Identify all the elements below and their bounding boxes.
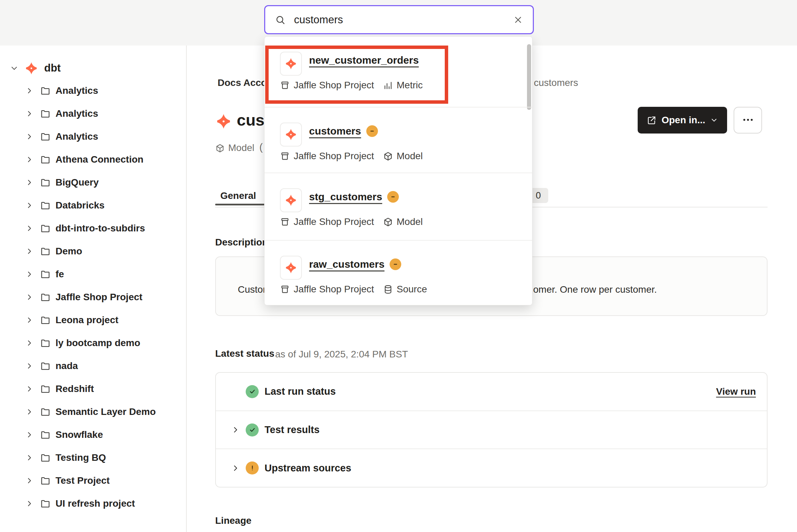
sidebar-item-label: nada xyxy=(56,360,78,371)
minus-icon xyxy=(389,193,397,201)
page-title: cus xyxy=(237,111,265,129)
search-result-link[interactable]: stg_customers xyxy=(309,191,382,203)
result-type-label: Source xyxy=(397,284,427,295)
sidebar-item[interactable]: Testing BQ xyxy=(0,446,186,469)
search-result-item[interactable]: customers Jaffle Shop Project Model xyxy=(265,107,532,173)
folder-icon xyxy=(40,177,51,188)
sidebar-item[interactable]: Athena Connection xyxy=(0,148,186,171)
status-row[interactable]: Last run status View run xyxy=(216,373,767,410)
result-meta: Jaffle Shop Project Model xyxy=(280,216,423,227)
sidebar-item[interactable]: Leona project xyxy=(0,308,186,331)
status-row[interactable]: Upstream sources xyxy=(216,448,767,487)
chevron-down-icon xyxy=(710,116,718,124)
chevron-right-icon xyxy=(25,155,34,164)
result-project-label: Jaffle Shop Project xyxy=(294,80,374,91)
medallion-badge-icon xyxy=(366,125,378,137)
result-type-label: Model xyxy=(397,216,423,227)
folder-icon xyxy=(40,223,51,233)
project-icon xyxy=(280,217,290,227)
status-row-label: Upstream sources xyxy=(265,463,351,474)
sidebar-item-label: Testing BQ xyxy=(56,452,106,463)
chevron-right-icon xyxy=(25,86,34,95)
sidebar-item[interactable]: Demo xyxy=(0,240,186,263)
open-in-button[interactable]: Open in... xyxy=(638,107,727,134)
dbt-logo-icon xyxy=(24,61,38,75)
sidebar-item[interactable]: Databricks xyxy=(0,194,186,217)
result-type-label: Metric xyxy=(397,80,423,91)
search-input[interactable] xyxy=(293,13,513,26)
chevron-right-icon xyxy=(25,407,34,416)
sidebar-item[interactable]: Snowflake xyxy=(0,423,186,446)
result-meta: Jaffle Shop Project Source xyxy=(280,284,427,295)
materialization-paren: ( xyxy=(259,142,263,153)
project-icon xyxy=(280,151,290,161)
sidebar-item[interactable]: nada xyxy=(0,354,186,377)
sidebar-item-label: Snowflake xyxy=(56,429,103,440)
sidebar-item[interactable]: BigQuery xyxy=(0,171,186,194)
sidebar-item[interactable]: UI refresh project xyxy=(0,492,186,515)
sidebar-item-label: Jaffle Shop Project xyxy=(56,292,143,303)
search-result-item[interactable]: raw_customers Jaffle Shop Project Source xyxy=(265,240,532,306)
sidebar-root-dbt[interactable]: dbt xyxy=(0,57,186,79)
folder-icon xyxy=(40,246,51,256)
tab-general[interactable]: General xyxy=(220,190,256,201)
project-icon xyxy=(280,284,290,294)
sidebar-item-label: Analytics xyxy=(56,85,98,96)
folder-icon xyxy=(40,429,51,440)
result-node-tile xyxy=(280,52,302,76)
lineage-heading: Lineage xyxy=(215,515,252,526)
medallion-badge-icon xyxy=(390,258,401,270)
sidebar-item-label: Athena Connection xyxy=(56,154,144,165)
result-project-label: Jaffle Shop Project xyxy=(294,284,374,295)
expand-chevron-icon[interactable] xyxy=(231,464,240,473)
sidebar-item[interactable]: Analytics xyxy=(0,102,186,125)
status-glyph-icon xyxy=(248,388,256,395)
folder-icon xyxy=(40,360,51,371)
resource-type-icon xyxy=(383,151,393,161)
sidebar-item[interactable]: Jaffle Shop Project xyxy=(0,286,186,308)
chevron-right-icon xyxy=(25,201,34,210)
clear-search-icon[interactable] xyxy=(513,15,523,25)
dbt-node-icon xyxy=(284,261,297,274)
search-result-item[interactable]: stg_customers Jaffle Shop Project Model xyxy=(265,173,532,241)
folder-icon xyxy=(40,269,51,279)
folder-icon xyxy=(40,498,51,509)
sidebar-item[interactable]: Test Project xyxy=(0,469,186,492)
sidebar-item-label: ly bootcamp demo xyxy=(56,338,140,349)
chevron-down-icon xyxy=(10,64,19,73)
search-result-link[interactable]: new_customer_orders xyxy=(309,54,419,66)
description-heading: Description xyxy=(215,237,268,248)
sidebar-item[interactable]: Redshift xyxy=(0,377,186,400)
expand-chevron-icon[interactable] xyxy=(231,425,240,434)
folder-icon xyxy=(40,452,51,463)
folder-icon xyxy=(40,383,51,394)
dropdown-scrollbar[interactable] xyxy=(527,44,531,110)
result-node-tile xyxy=(280,256,302,280)
more-actions-button[interactable] xyxy=(734,107,762,134)
sidebar-item[interactable]: Analytics xyxy=(0,79,186,102)
search-result-link[interactable]: customers xyxy=(309,125,361,137)
search-result-link[interactable]: raw_customers xyxy=(309,258,384,270)
sidebar-item[interactable]: Semantic Layer Demo xyxy=(0,400,186,423)
sidebar-item-label: fe xyxy=(56,269,64,280)
description-text-right: omer. One row per customer. xyxy=(533,284,657,295)
sidebar-tree: Analytics Analytics Analytics Athena Con… xyxy=(0,79,186,515)
chevron-right-icon xyxy=(25,178,34,187)
result-meta: Jaffle Shop Project Metric xyxy=(280,80,423,91)
status-glyph-icon xyxy=(248,426,256,434)
folder-icon xyxy=(40,200,51,211)
sidebar-item[interactable]: ly bootcamp demo xyxy=(0,331,186,354)
resource-type-icon xyxy=(383,217,393,227)
sidebar-item-label: Redshift xyxy=(56,383,94,394)
sidebar-item[interactable]: Analytics xyxy=(0,125,186,148)
chevron-right-icon xyxy=(25,109,34,118)
status-indicator-icon xyxy=(246,461,259,474)
sidebar-item[interactable]: dbt-intro-to-subdirs xyxy=(0,217,186,240)
status-timestamp: as of Jul 9, 2025, 2:04 PM BST xyxy=(275,349,408,360)
view-run-link[interactable]: View run xyxy=(716,386,756,397)
status-row[interactable]: Test results xyxy=(216,410,767,449)
sidebar-item[interactable]: fe xyxy=(0,263,186,286)
latest-status-heading: Latest status xyxy=(215,348,274,359)
chevron-right-icon xyxy=(25,224,34,233)
folder-icon xyxy=(40,292,51,302)
